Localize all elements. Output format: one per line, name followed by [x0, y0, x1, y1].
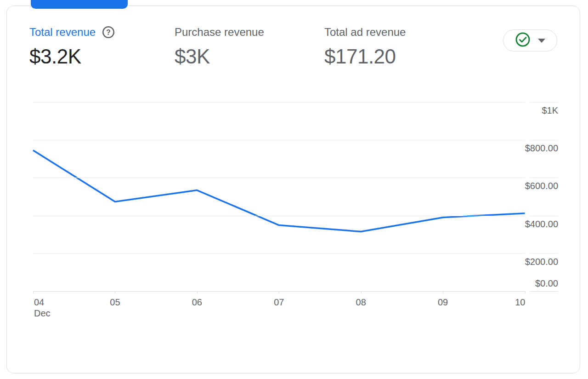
y-axis-label: $1K — [503, 105, 558, 116]
chart-canvas — [0, 87, 588, 327]
x-axis-label: 06 — [178, 297, 216, 308]
chevron-down-icon — [538, 39, 545, 43]
x-axis-label: 08 — [342, 297, 380, 308]
x-axis-tick — [279, 291, 279, 294]
x-axis-tick — [443, 291, 443, 294]
y-axis-label: $800.00 — [503, 143, 558, 154]
y-tick-segment — [530, 140, 558, 140]
x-axis-month-label: Dec — [34, 308, 73, 319]
metric-value: $171.20 — [324, 44, 406, 69]
x-axis-label: 09 — [424, 297, 462, 308]
x-axis-label: 10 — [487, 297, 526, 308]
data-quality-dropdown[interactable] — [503, 29, 557, 52]
y-tick-segment — [530, 216, 558, 216]
x-axis-label: 07 — [260, 297, 298, 308]
x-axis-label: 05 — [96, 297, 134, 308]
y-axis-label: $0.00 — [503, 278, 558, 289]
metric-label: Total revenue — [29, 26, 96, 39]
y-tick-segment — [530, 253, 558, 254]
x-axis-label: 04 — [34, 297, 73, 308]
x-axis-tick — [525, 291, 526, 294]
gridline — [33, 216, 525, 216]
gridline — [33, 102, 525, 103]
help-icon[interactable]: ? — [102, 26, 115, 39]
y-axis-label: $400.00 — [503, 218, 558, 230]
metric-total-ad-revenue[interactable]: Total ad revenue $171.20 — [324, 26, 406, 69]
y-tick-segment — [530, 178, 558, 178]
x-axis-tick — [115, 291, 115, 294]
metric-value: $3K — [175, 44, 264, 69]
revenue-line-chart[interactable]: $0.00$200.00$400.00$600.00$800.00$1K04De… — [0, 87, 588, 327]
gridline — [33, 178, 525, 178]
y-axis-label: $600.00 — [503, 180, 558, 191]
x-axis-tick — [361, 291, 362, 294]
metric-label: Purchase revenue — [175, 26, 264, 39]
y-tick-segment — [530, 291, 558, 292]
help-glyph: ? — [106, 29, 111, 36]
active-tab-indicator — [31, 0, 128, 9]
gridline — [33, 140, 525, 140]
gridline — [33, 253, 525, 254]
metric-value: $3.2K — [29, 44, 115, 69]
y-axis-label: $200.00 — [503, 256, 558, 267]
x-axis-tick — [33, 291, 34, 294]
metric-label: Total ad revenue — [324, 26, 406, 39]
y-tick-segment — [530, 102, 558, 103]
metric-purchase-revenue[interactable]: Purchase revenue $3K — [175, 26, 264, 69]
check-circle-icon — [515, 32, 531, 49]
x-axis-tick — [197, 291, 198, 294]
revenue-series-line — [33, 150, 525, 232]
metric-total-revenue[interactable]: Total revenue ? $3.2K — [29, 26, 115, 69]
